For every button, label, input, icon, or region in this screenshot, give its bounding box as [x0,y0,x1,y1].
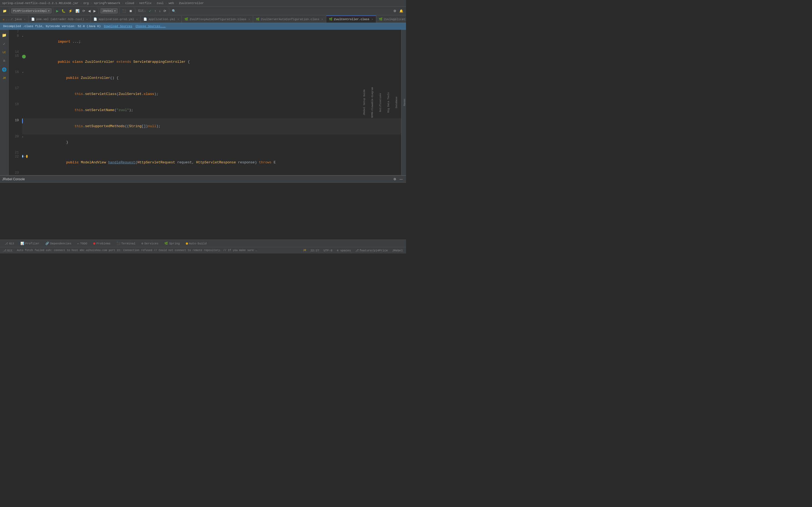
console-close-button[interactable]: — [399,177,404,182]
status-indent[interactable]: 4 spaces [336,249,352,252]
sidebar-icon-leetcode[interactable]: LC [1,49,7,56]
line-content-19: this.setSupportedMethods((String[])null)… [28,118,401,134]
right-label-bpmn[interactable]: BPMN-Flowable-Diagram [371,87,374,117]
status-line-col[interactable]: 22:27 [309,249,320,252]
toolbar-btn-extra1[interactable]: ⬛ [121,9,127,13]
right-label-maven[interactable]: Maven [403,99,406,106]
tab-zuul-app[interactable]: 🌿 ZuulApplication.java ✕ [376,15,406,22]
close-icon[interactable]: ✕ [249,18,250,21]
choose-sources-link[interactable]: Choose Sources... [136,25,166,28]
bottom-tab-dependencies[interactable]: 🔗 Dependencies [43,241,74,246]
line-num-18: 18 [9,102,22,118]
code-line-20: 20 ▸ } [9,134,401,151]
status-jrebel[interactable]: JR [302,249,307,252]
bottom-tab-terminal[interactable]: ⬛ Terminal [114,241,138,246]
tab-pom-xml[interactable]: 📄 pom.xml (abtrader-b2b-zuul) ✕ [29,15,91,22]
console-area[interactable] [0,183,406,239]
git-check-button[interactable]: ✓ [148,9,153,13]
status-encoding[interactable]: UTF-8 [322,249,334,252]
bottom-tab-autobuild[interactable]: Auto-build [183,241,209,246]
git-status-label: Git [7,249,13,252]
project-button[interactable]: 📁 [2,9,8,13]
bottom-tab-services[interactable]: ⚙ Services [139,241,161,246]
right-label-jrebel-guide[interactable]: JRebel Setup Guide [363,89,366,115]
bottom-tab-profiler[interactable]: 📊 Profiler [18,241,42,246]
tab-app-yml[interactable]: 📄 application.yml ✕ [141,15,182,22]
status-message[interactable]: Auto fetch failed ssh: connect to host a… [16,249,260,252]
forward-button[interactable]: ▶ [92,9,97,13]
tab-controller-java[interactable]: ☕ ...r.java ✕ [0,15,29,22]
code-line-18: 18 this.setServletName("zuul"); [9,102,401,118]
bottom-tab-todo[interactable]: ✏ TODO [74,241,90,246]
sidebar-icon-structure[interactable]: ≡ [1,58,7,64]
right-label-database[interactable]: Database [395,97,398,108]
sidebar-icon-jrebel[interactable]: JR [1,75,7,81]
line-num-19: 19 [9,118,22,134]
line-num-21: 21 [9,151,22,155]
branch-icon: ⎇ [355,249,359,252]
profile-button[interactable]: 📊 [74,9,81,13]
info-bar: Decompiled .class file, bytecode version… [0,23,406,30]
search-button[interactable]: 🔍 [171,9,177,13]
collapse-icon-20[interactable]: ▸ [22,135,23,138]
close-icon[interactable]: ✕ [322,18,323,21]
notifications-button[interactable]: 🔔 [398,9,404,13]
code-line-14: 14 [9,50,401,54]
debug-button[interactable]: 🐛 [60,9,66,13]
coverage-button[interactable]: ⚡ [67,9,73,13]
bottom-tab-problems[interactable]: Problems [91,241,113,246]
status-jrebel-console[interactable]: JRebel [391,249,404,252]
sidebar-icon-web[interactable]: 🌐 [1,66,7,73]
bottom-tab-spring[interactable]: 🌿 Spring [162,241,183,246]
status-git[interactable]: ⎇ Git [2,249,14,252]
sidebar-icon-project[interactable]: 📁 [1,32,7,38]
close-icon[interactable]: ✕ [24,18,26,21]
gutter-7 [22,30,28,34]
back-button[interactable]: ◀ [87,9,92,13]
tab-zuul-proxy-config[interactable]: 🌿 ZuulProxyAutoConfiguration.class ✕ [182,15,253,22]
run-config-dropdown[interactable]: P14PriceServiceImpl ▾ [11,8,52,13]
services-icon: ⚙ [142,242,143,245]
right-label-notifications[interactable]: Notifications [379,93,382,112]
encoding-text: UTF-8 [323,249,333,252]
settings-button[interactable]: ⚙ [392,9,397,13]
gutter-23 [22,171,28,175]
tab-zuul-controller[interactable]: 🌿 ZuulController.class ✕ [326,15,376,22]
close-icon[interactable]: ✕ [86,18,88,21]
code-line-7: 7 [9,30,401,34]
close-icon[interactable]: ✕ [372,18,373,21]
gutter-17 [22,86,28,102]
collapse-icon-8[interactable]: ▸ [22,35,23,38]
git-history-button[interactable]: ⟳ [162,9,167,13]
jrebel-dropdown[interactable]: JRebel ▾ [100,8,118,13]
tab-app-prod-yml[interactable]: 📄 application-prod.yml ✕ [91,15,141,22]
title-path: spring-cloud-netflix-zuul-2.2.1.RELEASE.… [2,2,79,5]
line-col-text: 22:27 [310,249,319,252]
git-push-button[interactable]: ↑ [153,9,157,13]
line-num-15: 15 [9,54,22,70]
gutter-19 [22,118,28,134]
breakpoint-icon[interactable]: ● [22,155,23,158]
run-button[interactable]: ▶ [55,9,60,13]
status-branch[interactable]: ⎇ feature/p14Price [354,249,389,252]
git-pull-button[interactable]: ↓ [158,9,162,13]
right-label-bigdata[interactable]: Big Data Tools [387,92,390,113]
close-icon[interactable]: ✕ [136,18,138,21]
line-num-14: 14 [9,50,22,54]
line-num-20: 20 [9,134,22,151]
collapse-icon-22[interactable]: ▾ [24,155,26,158]
sidebar-icon-commit[interactable]: ✓ [1,41,7,47]
refresh-button[interactable]: ⟳ [81,9,86,13]
console-settings-button[interactable]: ⚙ [392,177,397,182]
code-editor[interactable]: 7 8 ▸ import ...; [9,30,401,175]
left-sidebar: 📁 ✓ LC ≡ 🌐 JR [0,30,9,175]
bottom-tab-git[interactable]: ⎇ Git [2,241,17,246]
file-tabs: ☕ ...r.java ✕ 📄 pom.xml (abtrader-b2b-zu… [0,15,406,23]
line-content-23: ModelAndView var3; [28,171,401,175]
download-sources-link[interactable]: Download Sources [104,25,133,28]
toolbar-btn-extra2[interactable]: ⏹ [128,9,134,13]
problems-dot [93,242,95,245]
tab-zuul-server-config[interactable]: 🌿 ZuulServerAutoConfiguration.class ✕ [253,15,326,22]
close-icon[interactable]: ✕ [177,18,179,21]
collapse-icon-16[interactable]: ▾ [22,71,23,74]
